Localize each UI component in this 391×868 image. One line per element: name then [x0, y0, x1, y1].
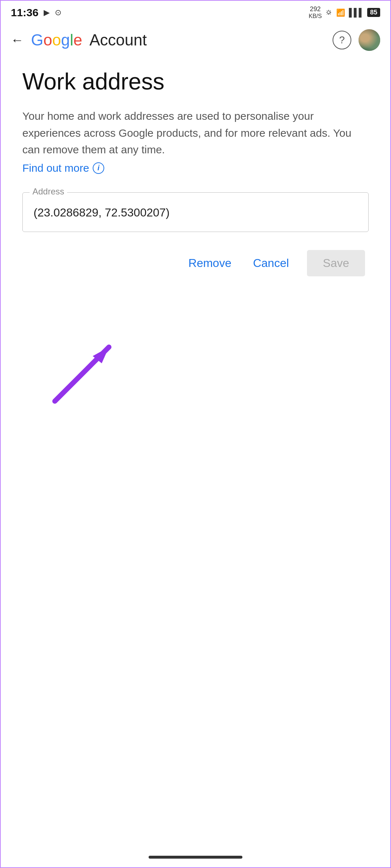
- status-right: 292 KB/S ⛭ 📶 ▌▌▌ 85: [309, 6, 380, 19]
- arrow-annotation: [37, 333, 131, 405]
- info-icon[interactable]: i: [93, 162, 104, 174]
- address-field-wrapper: Address (23.0286829, 72.5300207): [22, 192, 369, 232]
- cancel-button[interactable]: Cancel: [249, 251, 293, 276]
- action-buttons: Remove Cancel Save: [22, 250, 369, 276]
- avatar-image: [359, 29, 380, 51]
- bluetooth-icon: ⛭: [325, 8, 333, 17]
- app-bar-title: Account: [89, 31, 147, 49]
- main-content: Work address Your home and work addresse…: [1, 57, 390, 291]
- data-speed: 292 KB/S: [309, 6, 322, 19]
- home-indicator: [149, 856, 242, 859]
- description-text: Your home and work addresses are used to…: [22, 108, 369, 158]
- find-out-more-link[interactable]: Find out more: [22, 162, 89, 174]
- help-button[interactable]: ?: [333, 31, 351, 49]
- page-title: Work address: [22, 68, 369, 95]
- google-logo: Google: [31, 31, 82, 49]
- address-field-box[interactable]: (23.0286829, 72.5300207): [22, 192, 369, 232]
- address-value: (23.0286829, 72.5300207): [34, 206, 170, 219]
- status-bar: 11:36 ▶ ⊙ 292 KB/S ⛭ 📶 ▌▌▌ 85: [1, 1, 390, 23]
- avatar[interactable]: [359, 29, 380, 51]
- remove-button[interactable]: Remove: [185, 251, 235, 276]
- status-left: 11:36 ▶ ⊙: [11, 6, 61, 19]
- signal-icon: ▌▌▌: [349, 8, 364, 17]
- play-icon: ▶: [44, 8, 50, 17]
- battery-level: 85: [367, 8, 380, 17]
- address-label: Address: [30, 187, 67, 197]
- save-button: Save: [307, 250, 365, 276]
- status-time: 11:36: [11, 6, 39, 19]
- find-out-more-row: Find out more i: [22, 162, 369, 174]
- app-bar: ← Google Account ?: [1, 23, 390, 57]
- wifi-icon: 📶: [336, 8, 345, 17]
- back-button[interactable]: ←: [11, 34, 24, 47]
- settings-icon: ⊙: [55, 8, 61, 17]
